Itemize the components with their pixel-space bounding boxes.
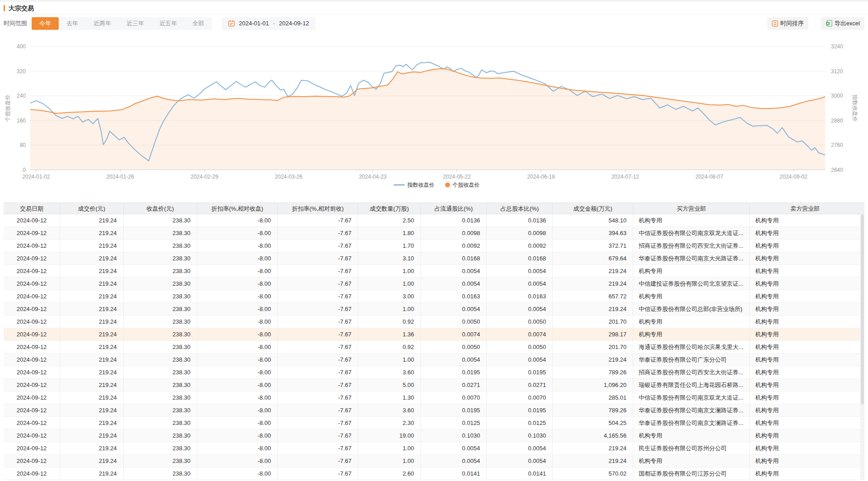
table-row[interactable]: 2024-09-12219.24238.30-8.00-7.670.920.00… [4,316,860,328]
table-row[interactable]: 2024-09-12219.24238.30-8.00-7.671.360.00… [4,328,860,341]
table-row[interactable]: 2024-09-12219.24238.30-8.00-7.671.000.00… [4,265,860,278]
table-row[interactable]: 2024-09-12219.24238.30-8.00-7.671.000.00… [4,354,860,366]
svg-text:2880: 2880 [831,118,843,124]
table-cell: 国都证券股份有限公司江苏分公司 [633,467,750,480]
table-cell: -8.00 [197,240,278,252]
table-cell: 238.30 [124,252,197,264]
table-cell: 219.24 [553,265,633,277]
table-cell: 1.70 [358,240,420,252]
table-cell: 2024-09-12 [4,404,60,416]
table-cell: -8.00 [197,278,278,290]
table-cell: 招商证券股份有限公司西安北大街证券... [633,366,750,378]
table-row[interactable]: 2024-09-12219.24238.30-8.00-7.673.100.01… [4,252,860,265]
export-excel-button[interactable]: 导出excel [821,17,864,30]
table-cell: 219.24 [60,404,123,416]
table-cell: -7.67 [278,240,358,252]
table-cell: 机构专用 [750,214,860,226]
table-cell: 548.10 [553,214,633,226]
time-range-option[interactable]: 去年 [59,17,86,30]
time-range-option[interactable]: 近五年 [152,17,185,30]
table-row[interactable]: 2024-09-12219.24238.30-8.00-7.672.300.01… [4,417,860,429]
table-row[interactable]: 2024-09-12219.24238.30-8.00-7.671.000.00… [4,442,860,455]
table-cell: -8.00 [197,316,278,328]
table-cell: 招商证券股份有限公司西安北大街证券... [633,240,750,252]
table-cell: 219.24 [553,455,633,467]
table-cell: 238.30 [124,240,197,252]
table-row[interactable]: 2024-09-12219.24238.30-8.00-7.671.700.00… [4,240,860,252]
table-cell: -8.00 [197,379,278,391]
table-row[interactable]: 2024-09-12219.24238.30-8.00-7.673.600.01… [4,404,860,417]
table-cell: 298.17 [553,328,633,340]
table-cell: 2024-09-12 [4,316,60,328]
date-range-picker[interactable]: 2024-01-01 - 2024-09-12 [222,17,315,30]
table-row[interactable]: 2024-09-12219.24238.30-8.00-7.672.600.01… [4,467,860,480]
table-cell: 2024-09-12 [4,354,60,366]
legend-item-stock[interactable]: 个股收盘价 [445,182,480,188]
table-row[interactable]: 2024-09-12219.24238.30-8.00-7.6719.000.1… [4,429,860,442]
scrollbar-thumb[interactable] [861,215,864,405]
table-row[interactable]: 2024-09-12219.24238.30-8.00-7.671.000.00… [4,278,860,290]
date-separator: - [273,20,275,27]
table-cell: 4,165.56 [553,429,633,442]
table-cell: 0.0070 [421,391,487,404]
time-range-option[interactable]: 近两年 [86,17,119,30]
time-sort-button[interactable]: 时间排序 [767,17,808,30]
table-row[interactable]: 2024-09-12219.24238.30-8.00-7.671.300.00… [4,391,860,404]
time-range-label: 时间范围 [4,19,27,28]
chart-canvas[interactable]: 080160240320400264027602880300031203240个… [0,32,868,203]
svg-text:2640: 2640 [831,167,843,173]
table-row[interactable]: 2024-09-12219.24238.30-8.00-7.671.000.00… [4,303,860,316]
table-cell: 华泰证券股份有限公司南京文澜路证券... [633,417,750,429]
title-accent-bar [4,5,5,11]
svg-text:2024-06-18: 2024-06-18 [527,174,555,180]
table-cell: 瑞银证券有限责任公司上海花园石桥路... [633,379,750,391]
table-cell: 0.0141 [487,467,553,480]
table-cell: 0.0074 [421,328,487,340]
legend-item-index[interactable]: 指数收盘价 [394,182,434,188]
table-cell: 238.30 [124,455,197,467]
table-cell: 机构专用 [750,379,860,391]
table-cell: 海通证券股份有限公司哈尔滨果戈里大... [633,341,750,353]
table-cell: 238.30 [124,341,197,353]
table-cell: 238.30 [124,404,197,416]
table-cell: 19.00 [358,429,420,442]
time-range-option[interactable]: 今年 [32,17,59,30]
table-cell: 2024-09-12 [4,240,60,252]
table-cell: 219.24 [60,341,123,353]
table-row[interactable]: 2024-09-12219.24238.30-8.00-7.673.000.01… [4,290,860,303]
table-cell: 机构专用 [750,227,860,239]
table-row[interactable]: 2024-09-12219.24238.30-8.00-7.670.920.00… [4,341,860,354]
time-range-option[interactable]: 全部 [185,17,212,30]
table-cell: 机构专用 [750,391,860,404]
column-header: 成交数量(万股) [358,203,420,214]
time-sort-label: 时间排序 [780,19,804,28]
export-excel-label: 导出excel [835,19,860,28]
table-cell: 219.24 [60,303,123,315]
table-scrollbar[interactable] [860,214,864,480]
column-header: 成交价(元) [60,203,123,214]
time-range-option[interactable]: 近三年 [119,17,152,30]
table-row[interactable]: 2024-09-12219.24238.30-8.00-7.671.800.00… [4,227,860,240]
table-cell: -7.67 [278,455,358,467]
stock-price-area [30,69,825,170]
table-row[interactable]: 2024-09-12219.24238.30-8.00-7.675.000.02… [4,379,860,391]
table-cell: 0.0054 [487,455,553,467]
table-cell: 2024-09-12 [4,417,60,429]
svg-text:2024-02-29: 2024-02-29 [191,174,219,180]
table-cell: -7.67 [278,354,358,366]
table-cell: 2024-09-12 [4,278,60,290]
table-cell: -7.67 [278,442,358,454]
table-cell: 372.71 [553,240,633,252]
table-cell: 3.00 [358,290,420,302]
column-header: 占流通股比(%) [421,203,487,214]
table-row[interactable]: 2024-09-12219.24238.30-8.00-7.672.500.01… [4,214,860,227]
table-cell: 394.63 [553,227,633,239]
table-row[interactable]: 2024-09-12219.24238.30-8.00-7.671.000.00… [4,455,860,467]
table-cell: 219.24 [60,417,123,429]
table-cell: -7.67 [278,467,358,480]
table-cell: -8.00 [197,467,278,480]
price-chart[interactable]: 080160240320400264027602880300031203240个… [0,32,868,203]
table-row[interactable]: 2024-09-12219.24238.30-8.00-7.673.600.01… [4,366,860,379]
table-cell: 3.10 [358,252,420,264]
table-cell: 238.30 [124,417,197,429]
